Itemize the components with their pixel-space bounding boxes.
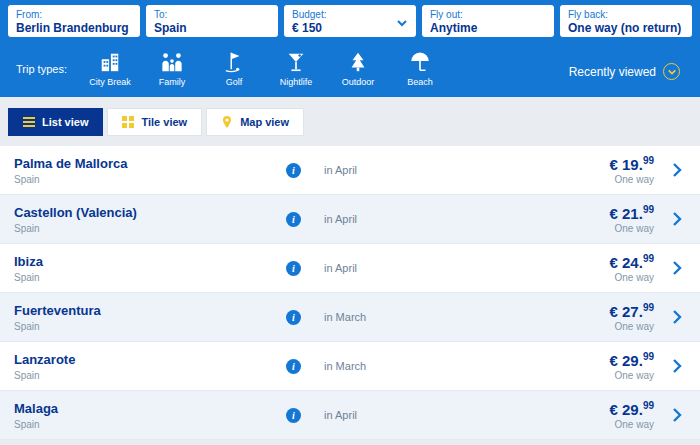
fly-back-label: Fly back: xyxy=(568,8,684,21)
destination-name: Palma de Mallorca xyxy=(14,156,286,171)
chevron-right-icon[interactable] xyxy=(671,211,683,227)
tab-map-view[interactable]: Map view xyxy=(206,108,304,136)
trip-type-beach[interactable]: Beach xyxy=(389,49,451,87)
beach-icon xyxy=(389,49,451,73)
fare-type-label: One way xyxy=(564,223,654,234)
destination-name: Fuerteventura xyxy=(14,303,286,318)
tab-label: Tile view xyxy=(141,116,187,128)
to-label: To: xyxy=(154,8,270,21)
fare-type-label: One way xyxy=(564,419,654,430)
outdoor-icon xyxy=(327,49,389,73)
trip-type-label: Family xyxy=(141,77,203,87)
result-row-malaga[interactable]: Malaga Spain i in April € 29.99 One way xyxy=(0,391,700,440)
chevron-down-icon[interactable] xyxy=(396,15,408,27)
trip-type-label: City Break xyxy=(79,77,141,87)
info-icon[interactable]: i xyxy=(286,359,301,374)
fare-type-label: One way xyxy=(564,321,654,332)
from-label: From: xyxy=(16,8,132,21)
travel-timeframe: in March xyxy=(324,360,564,372)
price: € 24.99 xyxy=(564,253,654,271)
destination-country: Spain xyxy=(14,321,286,332)
trip-types-label: Trip types: xyxy=(16,63,67,75)
trip-type-label: Outdoor xyxy=(327,77,389,87)
destination-name: Ibiza xyxy=(14,254,286,269)
chevron-right-icon[interactable] xyxy=(671,309,683,325)
search-fields-row: From: Berlin Brandenburg To: Spain Budge… xyxy=(8,5,692,37)
price: € 19.99 xyxy=(564,155,654,173)
destination-country: Spain xyxy=(14,272,286,283)
price: € 29.99 xyxy=(564,400,654,418)
result-row-palma-de-mallorca[interactable]: Palma de Mallorca Spain i in April € 19.… xyxy=(0,146,700,195)
info-icon[interactable]: i xyxy=(286,310,301,325)
price: € 21.99 xyxy=(564,204,654,222)
trip-type-label: Beach xyxy=(389,77,451,87)
trip-type-label: Golf xyxy=(203,77,265,87)
view-switcher: List view Tile view Map view xyxy=(0,97,700,136)
fly-out-label: Fly out: xyxy=(430,8,546,21)
budget-label: Budget: xyxy=(292,8,408,21)
price: € 29.99 xyxy=(564,351,654,369)
budget-field[interactable]: Budget: € 150 xyxy=(284,5,416,37)
city-break-icon xyxy=(79,49,141,73)
chevron-down-circle-icon xyxy=(663,63,680,80)
info-icon[interactable]: i xyxy=(286,212,301,227)
trip-type-label: Nightlife xyxy=(265,77,327,87)
destination-name: Lanzarote xyxy=(14,352,286,367)
result-row-lanzarote[interactable]: Lanzarote Spain i in March € 29.99 One w… xyxy=(0,342,700,391)
info-icon[interactable]: i xyxy=(286,408,301,423)
tab-tile-view[interactable]: Tile view xyxy=(107,108,202,136)
fly-out-field[interactable]: Fly out: Anytime xyxy=(422,5,554,37)
fare-type-label: One way xyxy=(564,174,654,185)
info-icon[interactable]: i xyxy=(286,261,301,276)
chevron-right-icon[interactable] xyxy=(671,407,683,423)
tile-grid-icon xyxy=(122,116,134,128)
trip-types-row: Trip types: City Break xyxy=(8,37,692,87)
info-icon[interactable]: i xyxy=(286,163,301,178)
tab-list-view[interactable]: List view xyxy=(8,108,103,136)
destination-country: Spain xyxy=(14,174,286,185)
trip-type-golf[interactable]: Golf xyxy=(203,49,265,87)
travel-timeframe: in April xyxy=(324,164,564,176)
destination-country: Spain xyxy=(14,223,286,234)
travel-timeframe: in April xyxy=(324,409,564,421)
tab-label: List view xyxy=(42,116,88,128)
tab-label: Map view xyxy=(240,116,289,128)
recently-viewed-toggle[interactable]: Recently viewed xyxy=(569,63,686,80)
chevron-right-icon[interactable] xyxy=(671,162,683,178)
map-pin-icon xyxy=(221,116,233,128)
results-list: Palma de Mallorca Spain i in April € 19.… xyxy=(0,146,700,440)
from-field[interactable]: From: Berlin Brandenburg xyxy=(8,5,140,37)
fare-type-label: One way xyxy=(564,272,654,283)
destination-country: Spain xyxy=(14,370,286,381)
chevron-right-icon[interactable] xyxy=(671,260,683,276)
trip-type-outdoor[interactable]: Outdoor xyxy=(327,49,389,87)
search-header: From: Berlin Brandenburg To: Spain Budge… xyxy=(0,0,700,97)
family-icon xyxy=(141,49,203,73)
fare-type-label: One way xyxy=(564,370,654,381)
chevron-right-icon[interactable] xyxy=(671,358,683,374)
to-field[interactable]: To: Spain xyxy=(146,5,278,37)
result-row-fuerteventura[interactable]: Fuerteventura Spain i in March € 27.99 O… xyxy=(0,293,700,342)
fly-back-value: One way (no return) xyxy=(568,21,684,35)
destination-name: Malaga xyxy=(14,401,286,416)
golf-icon xyxy=(203,49,265,73)
travel-timeframe: in March xyxy=(324,311,564,323)
result-row-castellon[interactable]: Castellon (Valencia) Spain i in April € … xyxy=(0,195,700,244)
travel-timeframe: in April xyxy=(324,262,564,274)
destination-name: Castellon (Valencia) xyxy=(14,205,286,220)
budget-value: € 150 xyxy=(292,21,408,35)
recently-viewed-label: Recently viewed xyxy=(569,65,656,79)
from-value: Berlin Brandenburg xyxy=(16,21,132,35)
fly-out-value: Anytime xyxy=(430,21,546,35)
trip-type-nightlife[interactable]: Nightlife xyxy=(265,49,327,87)
fly-back-field[interactable]: Fly back: One way (no return) xyxy=(560,5,692,37)
trip-type-city-break[interactable]: City Break xyxy=(79,49,141,87)
nightlife-icon xyxy=(265,49,327,73)
result-row-ibiza[interactable]: Ibiza Spain i in April € 24.99 One way xyxy=(0,244,700,293)
travel-timeframe: in April xyxy=(324,213,564,225)
price: € 27.99 xyxy=(564,302,654,320)
list-icon xyxy=(23,116,35,128)
to-value: Spain xyxy=(154,21,270,35)
destination-country: Spain xyxy=(14,419,286,430)
trip-type-family[interactable]: Family xyxy=(141,49,203,87)
